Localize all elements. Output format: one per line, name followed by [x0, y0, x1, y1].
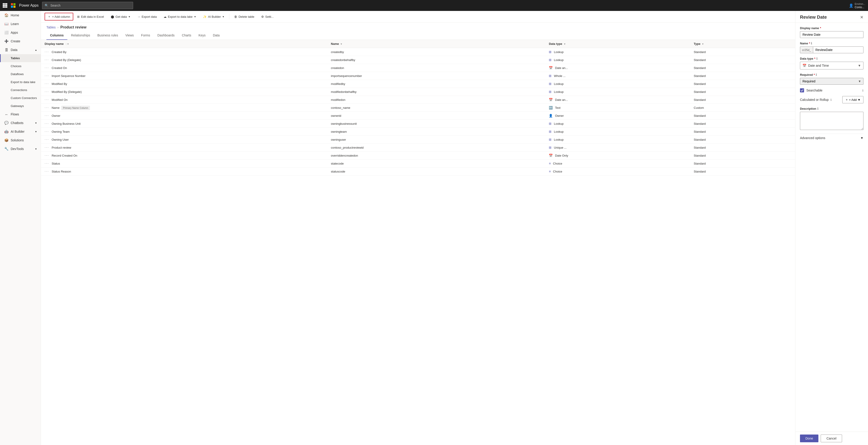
row-menu[interactable]: ··· [44, 106, 49, 110]
sidebar-item-custom-connectors[interactable]: Custom Connectors [0, 94, 41, 102]
sort-icon-display-name[interactable]: ↑ ▾ [65, 42, 69, 45]
add-calc-button[interactable]: ＋ + Add ▼ [842, 96, 864, 103]
row-menu[interactable]: ··· [44, 114, 49, 117]
data-type-info-icon[interactable]: ℹ [816, 57, 817, 60]
sort-icon-name[interactable]: ▾ [341, 42, 342, 45]
searchable-info-icon[interactable]: ℹ [862, 89, 863, 92]
row-menu[interactable]: ··· [44, 169, 49, 173]
sidebar-item-connections[interactable]: Connections [0, 86, 41, 94]
delete-table-button[interactable]: 🗑 Delete table [231, 13, 257, 20]
tab-dashboards[interactable]: Dashboards [154, 31, 178, 40]
done-button[interactable]: Done [800, 435, 818, 442]
name-field: Name * ℹ cr25d_ [800, 42, 863, 53]
display-name-input[interactable] [800, 31, 863, 38]
microsoft-logo [11, 3, 16, 8]
required-info-icon[interactable]: ℹ [816, 73, 817, 77]
cell-name: ownerid [327, 112, 545, 120]
row-menu[interactable]: ··· [44, 138, 49, 141]
ai-builder-button[interactable]: ✨ AI Builder ▼ [200, 13, 227, 20]
search-bar[interactable]: 🔍 [42, 2, 133, 9]
row-menu[interactable]: ··· [44, 98, 49, 101]
table-row: ··· Status Reason statuscode ≡ Choice St… [41, 168, 795, 176]
sidebar-item-solutions[interactable]: 📦 Solutions [0, 136, 41, 145]
toolbar: ＋ + Add column ⊞ Edit data in Excel ⬤ Ge… [41, 11, 795, 23]
required-select[interactable]: Required Optional [800, 78, 863, 85]
tab-relationships[interactable]: Relationships [67, 31, 94, 40]
table-row: ··· Created By createdby ⊞ Lookup Standa… [41, 48, 795, 56]
get-data-button[interactable]: ⬤ Get data ▼ [108, 13, 133, 20]
waffle-menu[interactable] [3, 3, 7, 8]
add-column-button[interactable]: ＋ + Add column [44, 13, 73, 21]
th-data-type[interactable]: Data type ▾ [545, 40, 690, 48]
search-input[interactable] [50, 4, 131, 7]
cell-display-name: ··· Owning User [41, 136, 327, 144]
th-name[interactable]: Name ▾ [327, 40, 545, 48]
sidebar-item-chatbots[interactable]: 💬 Chatbots ▼ [0, 119, 41, 127]
sidebar-item-gateways[interactable]: Gateways [0, 102, 41, 110]
sort-icon-type[interactable]: ▾ [702, 42, 704, 45]
cell-data-type: 🔤 Text [545, 104, 690, 112]
sidebar-item-apps[interactable]: ⬜ Apps [0, 28, 41, 37]
settings-button[interactable]: ⚙ Setti... [258, 13, 277, 20]
tab-business-rules[interactable]: Business rules [94, 31, 122, 40]
row-menu[interactable]: ··· [44, 50, 49, 54]
row-menu[interactable]: ··· [44, 129, 49, 134]
sort-icon-data-type[interactable]: ▾ [564, 42, 565, 45]
cell-data-type: ⊞ Unique ... [545, 144, 690, 152]
row-menu[interactable]: ··· [44, 153, 49, 157]
th-display-name[interactable]: Display name ↑ ▾ [41, 40, 327, 48]
panel-close-button[interactable]: ✕ [860, 15, 863, 20]
sidebar-item-tables[interactable]: Tables [0, 54, 41, 62]
tab-forms[interactable]: Forms [137, 31, 154, 40]
searchable-checkbox[interactable] [800, 88, 804, 92]
sidebar-item-ai-builder[interactable]: 🤖 AI Builder ▼ [0, 127, 41, 136]
row-menu[interactable]: ··· [44, 58, 49, 62]
cancel-button[interactable]: Cancel [821, 435, 842, 442]
tab-columns[interactable]: Columns [46, 31, 67, 40]
description-textarea[interactable] [800, 112, 863, 130]
sidebar-item-export-lake[interactable]: Export to data lake [0, 78, 41, 86]
sidebar-item-choices[interactable]: Choices [0, 62, 41, 70]
data-type-value: Lookup [554, 50, 564, 54]
data-type-value: Lookup [554, 130, 564, 134]
row-menu[interactable]: ··· [44, 74, 49, 78]
advanced-chevron: ▼ [860, 136, 863, 140]
sidebar-item-devtools[interactable]: 🔧 DevTools ▼ [0, 145, 41, 153]
tab-charts[interactable]: Charts [178, 31, 195, 40]
sidebar-item-dataflows[interactable]: Dataflows [0, 70, 41, 78]
row-menu[interactable]: ··· [44, 66, 49, 70]
cell-display-name: ··· Status Reason [41, 168, 327, 176]
advanced-options-row[interactable]: Advanced options ▼ [800, 134, 863, 142]
sidebar-item-learn[interactable]: 📖 Learn [0, 20, 41, 28]
edit-excel-button[interactable]: ⊞ Edit data in Excel [74, 13, 107, 20]
name-info-icon[interactable]: ℹ [811, 42, 812, 45]
cell-display-name: ··· Owner [41, 112, 327, 120]
table-row: ··· Owner ownerid 👤 Owner Standard [41, 112, 795, 120]
row-menu[interactable]: ··· [44, 90, 49, 94]
description-info-icon[interactable]: ℹ [817, 107, 818, 110]
tab-keys[interactable]: Keys [195, 31, 209, 40]
export-data-button[interactable]: → Export data [134, 13, 160, 20]
calc-info-icon[interactable]: ℹ [831, 98, 832, 101]
breadcrumb-tables-link[interactable]: Tables [46, 26, 56, 29]
cell-name: owninguser [327, 136, 545, 144]
cell-name: overriddencreatedon [327, 152, 545, 159]
checkmark-icon [801, 89, 803, 92]
export-data-lake-button[interactable]: ☁ Export to data lake ▼ [161, 13, 199, 20]
sidebar-item-data[interactable]: 🗄 Data ▲ [0, 46, 41, 54]
row-menu[interactable]: ··· [44, 145, 49, 149]
data-type-icon: 📅 [549, 66, 553, 70]
sidebar-item-flows[interactable]: ↔ Flows [0, 110, 41, 119]
row-menu[interactable]: ··· [44, 161, 49, 165]
name-input[interactable] [813, 47, 863, 53]
sidebar-item-home[interactable]: 🏠 Home [0, 11, 41, 20]
row-menu[interactable]: ··· [44, 122, 49, 125]
tab-views[interactable]: Views [122, 31, 137, 40]
th-type[interactable]: Type ▾ [690, 40, 795, 48]
environment-badge[interactable]: 👤 Environ... Conto... [849, 2, 865, 9]
row-menu[interactable]: ··· [44, 82, 49, 86]
sidebar-item-create[interactable]: ➕ Create [0, 37, 41, 46]
tab-data[interactable]: Data [209, 31, 223, 40]
data-type-select[interactable]: 📅 Date and Time ▼ [800, 62, 863, 69]
home-icon: 🏠 [4, 13, 8, 17]
